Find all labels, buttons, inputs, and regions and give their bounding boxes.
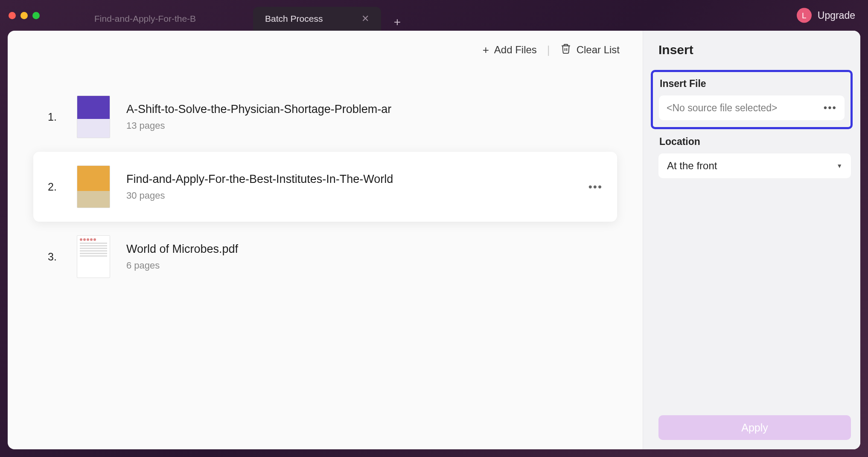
file-info: World of Microbes.pdf 6 pages [126, 243, 603, 271]
file-info: A-Shift-to-Solve-the-Physician-Shortage-… [126, 103, 603, 131]
clear-list-button[interactable]: Clear List [560, 43, 620, 57]
file-index: 2. [48, 181, 61, 193]
side-panel: Insert Insert File <No source file selec… [643, 31, 860, 449]
account-area: L Upgrade [797, 8, 855, 23]
clear-list-label: Clear List [577, 44, 620, 56]
file-info: Find-and-Apply-For-the-Best-Institutes-I… [126, 173, 572, 201]
tab-bar: Find-and-Apply-For-the-B Batch Process ✕… [82, 0, 406, 31]
file-name: Find-and-Apply-For-the-Best-Institutes-I… [126, 173, 572, 186]
file-list: 1. A-Shift-to-Solve-the-Physician-Shorta… [8, 69, 643, 449]
list-item[interactable]: 1. A-Shift-to-Solve-the-Physician-Shorta… [33, 82, 617, 152]
tab-batch-process[interactable]: Batch Process ✕ [253, 7, 381, 31]
more-icon[interactable]: ••• [824, 102, 837, 114]
file-index: 3. [48, 251, 61, 263]
apply-button[interactable]: Apply [658, 415, 851, 440]
close-tab-icon[interactable]: ✕ [361, 13, 369, 24]
file-thumbnail [77, 165, 110, 208]
avatar[interactable]: L [797, 8, 812, 23]
file-area: + Add Files | Clear List 1. A-Shift-to-S… [8, 31, 643, 449]
location-value: At the front [667, 160, 717, 172]
plus-icon: + [483, 43, 489, 57]
add-files-button[interactable]: + Add Files [483, 43, 537, 57]
trash-icon [560, 43, 571, 57]
file-pages: 6 pages [126, 260, 603, 271]
separator: | [547, 43, 550, 57]
file-name: World of Microbes.pdf [126, 243, 603, 256]
source-file-placeholder: <No source file selected> [667, 102, 778, 114]
file-index: 1. [48, 111, 61, 123]
add-files-label: Add Files [494, 44, 537, 56]
main-window: + Add Files | Clear List 1. A-Shift-to-S… [8, 31, 860, 449]
avatar-initial: L [802, 11, 807, 20]
file-thumbnail [77, 95, 110, 138]
apply-label: Apply [741, 422, 768, 434]
file-thumbnail [77, 235, 110, 278]
panel-title: Insert [658, 43, 851, 57]
maximize-window-button[interactable] [32, 12, 40, 19]
tab-label: Batch Process [265, 14, 354, 24]
plus-icon: + [394, 15, 401, 29]
file-pages: 30 pages [126, 190, 572, 201]
upgrade-button[interactable]: Upgrade [818, 10, 855, 21]
toolbar: + Add Files | Clear List [8, 31, 643, 69]
titlebar: Find-and-Apply-For-the-B Batch Process ✕… [0, 0, 868, 31]
location-label: Location [659, 136, 851, 148]
close-window-button[interactable] [9, 12, 16, 19]
source-file-field[interactable]: <No source file selected> ••• [659, 95, 845, 120]
file-name: A-Shift-to-Solve-the-Physician-Shortage-… [126, 103, 603, 116]
tab-document[interactable]: Find-and-Apply-For-the-B [82, 7, 253, 31]
chevron-down-icon: ▼ [836, 162, 842, 169]
tab-label: Find-and-Apply-For-the-B [94, 14, 241, 24]
file-pages: 13 pages [126, 120, 603, 131]
list-item[interactable]: 2. Find-and-Apply-For-the-Best-Institute… [33, 152, 617, 222]
insert-file-label: Insert File [660, 78, 845, 90]
list-item[interactable]: 3. World of Microbes.pdf 6 pages [33, 222, 617, 292]
window-controls [9, 12, 40, 19]
add-tab-button[interactable]: + [389, 14, 406, 31]
location-dropdown[interactable]: At the front ▼ [658, 153, 851, 178]
minimize-window-button[interactable] [20, 12, 28, 19]
row-menu-button[interactable]: ••• [588, 180, 603, 194]
insert-file-section: Insert File <No source file selected> ••… [651, 70, 853, 129]
